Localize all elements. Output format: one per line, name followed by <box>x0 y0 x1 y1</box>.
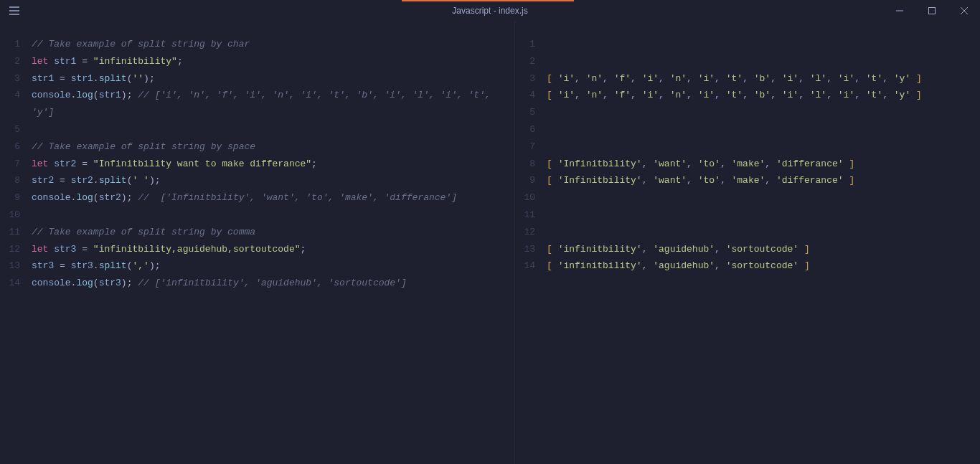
output-line: 9[ 'Infinitbility', 'want', 'to', 'make'… <box>515 172 980 189</box>
code-line[interactable]: 10 <box>0 207 514 224</box>
line-number: 6 <box>515 121 540 138</box>
output-content <box>540 36 980 53</box>
line-number: 8 <box>0 172 24 189</box>
code-content: // Take example of split string by comma <box>24 224 514 241</box>
title-bar: Javascript - index.js <box>0 0 980 22</box>
output-line: 8[ 'Infinitbility', 'want', 'to', 'make'… <box>515 156 980 173</box>
output-line: 1 <box>515 36 980 53</box>
code-content: str3 = str3.split(','); <box>24 257 514 275</box>
code-line[interactable]: 13str3 = str3.split(','); <box>0 257 514 275</box>
minimize-button[interactable] <box>883 0 915 22</box>
code-content: str2 = str2.split(' '); <box>24 172 514 189</box>
code-content: let str2 = "Infinitbility want to make d… <box>24 156 514 173</box>
output-content: [ 'Infinitbility', 'want', 'to', 'make',… <box>540 156 980 173</box>
close-icon <box>961 7 968 14</box>
code-line[interactable]: 12let str3 = "infinitbility,aguidehub,so… <box>0 241 514 258</box>
code-line[interactable]: 8str2 = str2.split(' '); <box>0 172 514 189</box>
code-content: console.log(str1); // ['i', 'n', 'f', 'i… <box>24 87 514 121</box>
code-line[interactable]: 5 <box>0 121 514 138</box>
output-line: 7 <box>515 138 980 156</box>
output-line: 14[ 'infinitbility', 'aguidehub', 'sorto… <box>515 257 980 275</box>
code-content: // Take example of split string by char <box>24 36 514 53</box>
hamburger-menu-button[interactable] <box>0 0 29 22</box>
editor-pane[interactable]: 1// Take example of split string by char… <box>0 22 515 464</box>
code-content: console.log(str3); // ['infinitbility', … <box>24 275 514 292</box>
code-content <box>24 207 514 224</box>
code-content: str1 = str1.split(''); <box>24 70 514 87</box>
output-line: 5 <box>515 104 980 121</box>
close-button[interactable] <box>948 0 980 22</box>
code-line[interactable]: 14console.log(str3); // ['infinitbility'… <box>0 275 514 292</box>
line-number: 14 <box>0 275 24 292</box>
line-number: 6 <box>0 138 24 156</box>
output-content <box>540 207 980 224</box>
code-line[interactable]: 7let str2 = "Infinitbility want to make … <box>0 156 514 173</box>
code-content <box>24 121 514 138</box>
output-content: [ 'infinitbility', 'aguidehub', 'sortout… <box>540 257 980 275</box>
line-number: 3 <box>515 70 540 87</box>
code-line[interactable]: 6// Take example of split string by spac… <box>0 138 514 156</box>
code-line[interactable]: 11// Take example of split string by com… <box>0 224 514 241</box>
maximize-icon <box>928 7 936 14</box>
output-line: 11 <box>515 207 980 224</box>
output-content: [ 'Infinitbility', 'want', 'to', 'make',… <box>540 172 980 189</box>
line-number: 11 <box>0 224 24 241</box>
output-content <box>540 104 980 121</box>
minimize-icon <box>896 7 903 14</box>
line-number: 13 <box>0 257 24 275</box>
accent-line <box>402 0 574 1</box>
output-line: 4[ 'i', 'n', 'f', 'i', 'n', 'i', 't', 'b… <box>515 87 980 104</box>
output-pane[interactable]: 1 2 3[ 'i', 'n', 'f', 'i', 'n', 'i', 't'… <box>515 22 980 464</box>
output-line: 3[ 'i', 'n', 'f', 'i', 'n', 'i', 't', 'b… <box>515 70 980 87</box>
svg-rect-0 <box>928 8 935 14</box>
output-line: 2 <box>515 53 980 70</box>
window-title: Javascript - index.js <box>452 6 527 16</box>
output-content: [ 'i', 'n', 'f', 'i', 'n', 'i', 't', 'b'… <box>540 87 980 104</box>
line-number: 2 <box>0 53 24 70</box>
code-content: let str3 = "infinitbility,aguidehub,sort… <box>24 241 514 258</box>
line-number: 4 <box>515 87 540 104</box>
output-content: [ 'infinitbility', 'aguidehub', 'sortout… <box>540 241 980 258</box>
line-number: 1 <box>515 36 540 53</box>
line-number: 7 <box>0 156 24 173</box>
output-content <box>540 53 980 70</box>
code-content: // Take example of split string by space <box>24 138 514 156</box>
output-content <box>540 138 980 156</box>
code-line[interactable]: 1// Take example of split string by char <box>0 36 514 53</box>
output-content: [ 'i', 'n', 'f', 'i', 'n', 'i', 't', 'b'… <box>540 70 980 87</box>
hamburger-icon <box>9 5 20 16</box>
code-line[interactable]: 9console.log(str2); // ['Infinitbility',… <box>0 189 514 207</box>
line-number: 9 <box>515 172 540 189</box>
line-number: 1 <box>0 36 24 53</box>
output-line: 6 <box>515 121 980 138</box>
line-number: 7 <box>515 138 540 156</box>
code-content: let str1 = "infinitbility"; <box>24 53 514 70</box>
output-content <box>540 121 980 138</box>
line-number: 3 <box>0 70 24 87</box>
line-number: 10 <box>515 189 540 207</box>
line-number: 5 <box>515 104 540 121</box>
line-number: 2 <box>515 53 540 70</box>
line-number: 12 <box>515 224 540 241</box>
line-number: 11 <box>515 207 540 224</box>
line-number: 8 <box>515 156 540 173</box>
output-content <box>540 224 980 241</box>
output-content <box>540 189 980 207</box>
code-content: console.log(str2); // ['Infinitbility', … <box>24 189 514 207</box>
line-number: 14 <box>515 257 540 275</box>
line-number: 4 <box>0 87 24 104</box>
output-line: 12 <box>515 224 980 241</box>
code-line[interactable]: 4console.log(str1); // ['i', 'n', 'f', '… <box>0 87 514 121</box>
output-line: 10 <box>515 189 980 207</box>
line-number: 10 <box>0 207 24 224</box>
output-line: 13[ 'infinitbility', 'aguidehub', 'sorto… <box>515 241 980 258</box>
maximize-button[interactable] <box>915 0 948 22</box>
code-line[interactable]: 2let str1 = "infinitbility"; <box>0 53 514 70</box>
line-number: 5 <box>0 121 24 138</box>
line-number: 13 <box>515 241 540 258</box>
line-number: 12 <box>0 241 24 258</box>
code-line[interactable]: 3str1 = str1.split(''); <box>0 70 514 87</box>
line-number: 9 <box>0 189 24 207</box>
